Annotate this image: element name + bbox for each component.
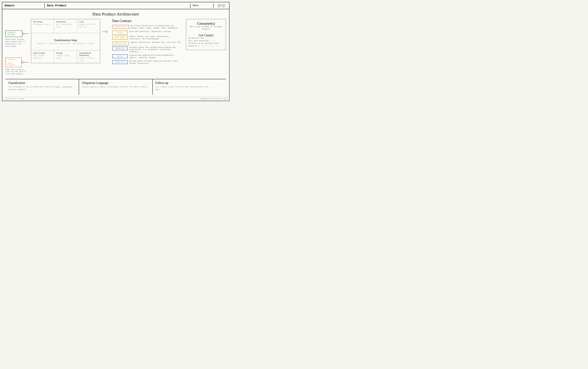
contract-title: Data Contract <box>112 19 182 23</box>
quality-tag: <Quality> <box>112 46 128 50</box>
framework-cell: Framework dbt, Databricks, Java, ... <box>54 19 77 33</box>
source-system-block: <Source-System> Operational systems wher… <box>5 31 29 48</box>
footer-left: Data Product Canvas <box>5 98 24 100</box>
domain-connector-circle <box>21 61 23 63</box>
cc-icon: cc <box>218 4 221 7</box>
ubiquitous-language-desc: Context-specific domain terminology (rel… <box>82 86 150 89</box>
domain-product-block: <Domain/ <Data Product> Other data produ… <box>5 58 29 76</box>
contract-row-security: <Security> Who may access the data? Appr… <box>112 60 182 65</box>
header-date: Date <box>191 3 214 8</box>
costs-title: Costs <box>79 20 98 23</box>
definitions-desc: Semantic definitions, Business keys, Joi… <box>130 41 182 44</box>
bottom-row: Query Engine SQL, Python, Notebook Stora… <box>31 51 100 63</box>
security-tag: <Security> <box>112 60 128 64</box>
contract-row-slas: <SLAs> Promises and expectations around … <box>112 54 182 59</box>
architecture-area: <Source-System> Operational systems wher… <box>5 19 226 75</box>
output-line <box>103 31 106 32</box>
security-desc: Who may access the data? Approval necess… <box>129 60 182 65</box>
costs-cell: Costs Budget and cost control <box>77 19 100 33</box>
contract-row-datamodel: <Data Model> Models, fields, data types,… <box>112 36 182 40</box>
ubiquitous-language-title: Ubiquitous Language <box>82 81 150 85</box>
slas-tag: <SLAs> <box>112 54 128 58</box>
storage-cell: Storage tables, files, topic <box>54 51 77 63</box>
header: Domain Data Product Date cc ① <box>2 2 229 9</box>
contract-row-output: <Output Port> The format and protocol of… <box>112 25 182 30</box>
processing-cell: Processing Streaming, batch <box>31 19 54 33</box>
source-connector-line-1 <box>24 34 29 34</box>
followup-title: Follow-up <box>155 81 223 85</box>
domain-product-desc: Other data products, from the same team … <box>5 69 27 76</box>
ubiquitous-language-section: Ubiquitous Language Context-specific dom… <box>79 79 153 95</box>
usecase-title: Use Case(s) <box>189 34 223 37</box>
definitions-tag: <Definitions> <box>112 41 129 45</box>
source-system-box: <Source-System> <box>5 31 22 37</box>
main-content: Data Product Architecture <Source-System… <box>2 9 229 97</box>
datamodel-tag: <Data Model> <box>112 36 128 40</box>
consumer-desc: Who is the customer of the Data Product? <box>189 26 223 31</box>
bottom-bar: Classification The archetype of the prov… <box>5 79 226 95</box>
output-port-tag: <Output Port> <box>112 25 129 29</box>
domain-box-line2: <Data Product> <box>5 61 22 67</box>
classification-title: Classification <box>8 81 76 85</box>
transformation-subtitle: Ingestion, cleaning, conversions, aggreg… <box>37 43 94 45</box>
output-port-desc: The format and protocol of provided data… <box>130 25 182 30</box>
left-sources: <Source-System> Operational systems wher… <box>5 19 29 75</box>
source-system-desc: Operational systems where domain data is… <box>5 39 27 48</box>
transformation-title: Transformation Steps <box>54 39 77 42</box>
source-connector-circle-1 <box>22 33 24 35</box>
domain-data-box: <Domain/ <Data Product> <box>5 58 22 67</box>
contract-items: <Output Port> The format and protocol of… <box>112 25 182 65</box>
source-system-row: <Source-System> <box>5 31 29 37</box>
slas-desc: Promises and expectations around availab… <box>129 54 182 59</box>
data-contract-section: Data Contract <Output Port> The format a… <box>111 19 183 65</box>
costs-subtitle: Budget and cost control <box>79 23 98 28</box>
footer: Data Product Canvas datamesh-architectur… <box>2 97 229 101</box>
quality-desc: Testable checks that validate data promi… <box>129 46 182 53</box>
framework-title: Framework <box>56 20 75 23</box>
classification-section: Classification The archetype of the prov… <box>5 79 79 95</box>
domain-box-line1: <Domain/ <box>5 58 22 61</box>
transformation-steps: Transformation Steps Ingestion, cleaning… <box>31 33 100 51</box>
header-product: Data Product <box>45 3 191 8</box>
datamodel-desc: Models, fields, data types, descriptions… <box>129 36 182 40</box>
contract-row-quality: <Quality> Testable checks that validate … <box>112 46 182 53</box>
followup-section: Follow-up e.g. create a Data Contract YA… <box>153 79 226 95</box>
by-icon: ① <box>222 4 225 7</box>
usecase-block: Use Case(s) We believe that <...> Will h… <box>189 34 223 47</box>
framework-subtitle: dbt, Databricks, Java, ... <box>56 23 75 28</box>
processing-title: Processing <box>33 20 52 23</box>
scheduling-title: Scheduling & Monitoring <box>79 52 98 56</box>
header-domain: Domain <box>2 3 45 8</box>
center-processing-box: Processing Streaming, batch Framework db… <box>31 19 100 63</box>
domain-product-row: <Domain/ <Data Product> <box>5 58 29 67</box>
consumer-title: Consumer(s) <box>189 22 223 26</box>
top-row: Processing Streaming, batch Framework db… <box>31 19 100 33</box>
consumer-block: Consumer(s) Who is the customer of the D… <box>189 22 223 31</box>
query-engine-cell: Query Engine SQL, Python, Notebook <box>31 51 54 63</box>
processing-subtitle: Streaming, batch <box>33 23 52 26</box>
contract-row-definitions: <Definitions> Semantic definitions, Busi… <box>112 41 182 45</box>
domain-connector-line <box>23 62 29 62</box>
output-connector <box>103 19 108 33</box>
query-engine-subtitle: SQL, Python, Notebook <box>33 55 52 59</box>
contract-row-terms: <Terms> Terms and conditions, limitation… <box>112 31 182 34</box>
terms-desc: Terms and conditions, limitations, prici… <box>129 31 182 33</box>
classification-desc: The archetype of the provided data (sour… <box>8 86 76 91</box>
scheduling-subtitle: CI/CD, AirFlow, Soda, ... <box>79 57 98 62</box>
storage-subtitle: tables, files, topic <box>56 55 75 59</box>
usecase-desc: We believe that <...> Will help achievin… <box>189 37 223 47</box>
consumer-section: Consumer(s) Who is the customer of the D… <box>186 19 226 50</box>
storage-title: Storage <box>56 52 75 54</box>
header-license: cc ① <box>214 3 229 8</box>
scheduling-cell: Scheduling & Monitoring CI/CD, AirFlow, … <box>77 51 100 63</box>
output-circle <box>106 31 108 33</box>
footer-right: datamesh-architecture.com <box>201 98 227 100</box>
query-engine-title: Query Engine <box>33 52 52 54</box>
page: Domain Data Product Date cc ① Data Produ… <box>2 2 230 101</box>
followup-desc: e.g. create a Data Contract YAML (dataco… <box>155 86 223 91</box>
page-title: Data Product Architecture <box>5 11 226 17</box>
terms-tag: <Terms> <box>112 31 128 34</box>
